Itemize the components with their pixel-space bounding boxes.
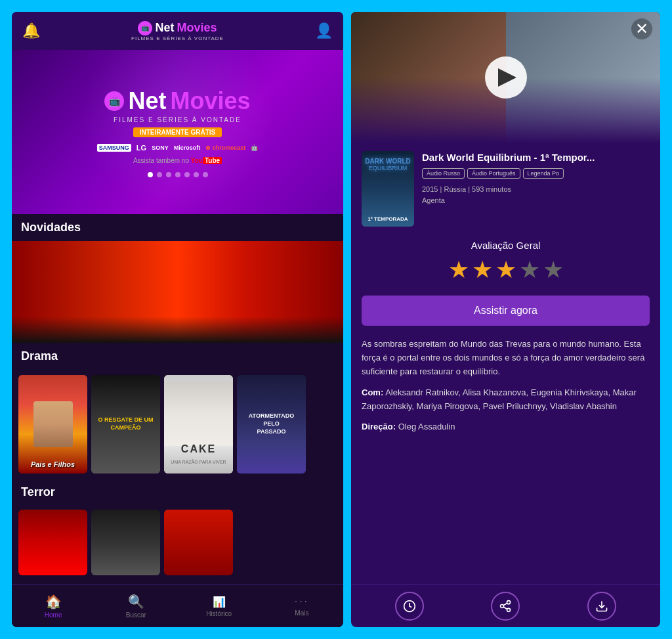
logo-icon: 📺: [138, 21, 152, 35]
resgate-title: O RESGATE DE UMCAMPEÃO: [98, 416, 154, 431]
youtube-logo: YouTube: [191, 157, 222, 164]
brand-android: 🤖: [251, 144, 258, 151]
movie-meta: 2015 | Rússia | 593 minutos Agenta: [422, 184, 650, 207]
hero-banner: 📺 NetMovies FILMES E SÉRIES À VONTADE IN…: [12, 50, 343, 214]
right-panel: ✕ DARK WORLD EQUILIBRIUM 1ª TEMPORADA Da…: [351, 12, 660, 627]
nav-home-label: Home: [45, 611, 62, 619]
badge-audio-portugues: Áudio Português: [467, 168, 520, 179]
nav-home[interactable]: 🏠 Home: [12, 585, 94, 627]
bell-icon[interactable]: 🔔: [22, 22, 40, 39]
movie-card-atormentado[interactable]: ATORMENTADOPELOPASSADO: [237, 375, 306, 474]
dot-2[interactable]: [157, 172, 162, 177]
home-icon: 🏠: [45, 594, 62, 609]
rating-label: Avaliação Geral: [362, 240, 650, 251]
action-share[interactable]: [491, 592, 520, 621]
header-net-text: Net: [155, 21, 174, 35]
poster-title: 1ª TEMPORADA: [368, 216, 408, 223]
novidades-banner: [12, 241, 343, 343]
terror-card-2[interactable]: [91, 510, 160, 575]
play-icon: [498, 68, 516, 87]
dot-1[interactable]: [148, 172, 153, 177]
brand-samsung: SAMSUNG: [97, 144, 131, 152]
brand-chromecast: ⊕ chromecast: [205, 144, 245, 151]
audio-badges: Áudio Russo Áudio Português Legenda Po: [422, 168, 650, 179]
action-bookmark[interactable]: [395, 592, 424, 621]
svg-point-1: [507, 601, 511, 604]
user-icon[interactable]: 👤: [315, 22, 333, 39]
movie-info: DARK WORLD EQUILIBRIUM 1ª TEMPORADA Dark…: [351, 143, 660, 234]
star-5[interactable]: ★: [543, 256, 564, 284]
hero-logo-icon: 📺: [104, 91, 124, 111]
movie-backdrop: ✕: [351, 12, 660, 143]
history-icon: 📊: [213, 596, 226, 608]
terror-card-3[interactable]: [164, 510, 233, 575]
director-section: Direção: Oleg Assadulin: [362, 420, 650, 434]
badge-legenda: Legenda Po: [523, 168, 564, 179]
svg-point-2: [501, 605, 504, 608]
movie-card-pais-filhos[interactable]: Pais e Filhos: [18, 375, 87, 474]
dot-7[interactable]: [203, 172, 208, 177]
star-4[interactable]: ★: [519, 256, 540, 284]
atormentado-title: ATORMENTADOPELOPASSADO: [249, 412, 295, 435]
director-label: Direção:: [362, 422, 396, 431]
drama-movies: Pais e Filhos O RESGATE DE UMCAMPEÃO: [12, 370, 343, 479]
terror-movies: [12, 506, 343, 579]
dot-4[interactable]: [175, 172, 180, 177]
svg-line-5: [504, 603, 508, 605]
terror-header: Terror: [12, 479, 343, 506]
main-container: 🔔 📺 NetMovies FILMES E SÉRIES À VONTADE …: [0, 0, 672, 639]
star-3[interactable]: ★: [495, 256, 516, 284]
header-logo: 📺 NetMovies FILMES E SÉRIES À VONTADE: [131, 21, 224, 41]
badge-audio-russo: Áudio Russo: [422, 168, 465, 179]
drama-section: Drama Pais e Filhos O RESGATE DE: [12, 343, 343, 479]
action-download[interactable]: [587, 592, 616, 621]
hero-brands: SAMSUNG LG SONY Microsoft ⊕ chromecast 🤖: [97, 144, 258, 152]
novidades-header: Novidades: [12, 214, 343, 241]
hero-youtube: Assista também no YouTube: [133, 157, 222, 164]
nav-historico[interactable]: 📊 Histórico: [178, 585, 261, 627]
cake-title: CAKE: [164, 443, 233, 455]
description-text: As sombras espreitam do Mundo das Trevas…: [362, 339, 644, 376]
terror-section: Terror: [12, 479, 343, 579]
hero-net-text: Net: [128, 87, 166, 115]
dot-3[interactable]: [166, 172, 171, 177]
nav-historico-label: Histórico: [206, 610, 232, 617]
movie-title: Dark World Equilibrium - 1ª Tempor...: [422, 151, 650, 164]
dot-5[interactable]: [184, 172, 190, 177]
brand-microsoft: Microsoft: [174, 144, 201, 151]
search-icon: 🔍: [128, 594, 144, 609]
hero-dots: [148, 172, 208, 177]
cake-subtitle: UMA RAZÃO PARA VIVER: [164, 460, 233, 464]
hero-logo-large: 📺 NetMovies FILMES E SÉRIES À VONTADE IN…: [97, 87, 258, 164]
stars-row: ★ ★ ★ ★ ★: [362, 256, 650, 284]
cast-label: Com:: [362, 387, 383, 397]
star-1[interactable]: ★: [448, 256, 469, 284]
director-name: Oleg Assadulin: [398, 422, 455, 431]
bottom-actions: [351, 584, 660, 627]
movie-card-resgate[interactable]: O RESGATE DE UMCAMPEÃO: [91, 375, 160, 474]
svg-line-4: [504, 607, 508, 609]
pais-filhos-title: Pais e Filhos: [18, 460, 87, 468]
svg-point-3: [507, 608, 511, 611]
movie-card-cake[interactable]: CAKE UMA RAZÃO PARA VIVER: [164, 375, 233, 474]
play-button[interactable]: [485, 56, 527, 99]
watch-button[interactable]: Assistir agora: [362, 296, 650, 326]
hero-free-badge: INTEIRAMENTE GRÁTIS: [133, 127, 222, 137]
nav-mais[interactable]: ··· Mais: [261, 585, 343, 627]
brand-sony: SONY: [152, 144, 169, 151]
nav-buscar[interactable]: 🔍 Buscar: [94, 585, 177, 627]
header-movies-text: Movies: [177, 21, 217, 35]
nav-buscar-label: Buscar: [126, 611, 146, 619]
dot-6[interactable]: [194, 172, 199, 177]
star-2[interactable]: ★: [472, 256, 493, 284]
close-button[interactable]: ✕: [631, 18, 652, 39]
drama-header: Drama: [12, 343, 343, 370]
more-icon: ···: [295, 596, 309, 607]
novidades-section: Novidades: [12, 214, 343, 343]
movie-poster-small: DARK WORLD EQUILIBRIUM 1ª TEMPORADA: [362, 151, 414, 227]
novidades-banner-inner: [12, 241, 343, 343]
cast-section: Com: Aleksandr Ratnikov, Alisa Khazanova…: [362, 386, 650, 414]
app-header: 🔔 📺 NetMovies FILMES E SÉRIES À VONTADE …: [12, 12, 343, 50]
terror-card-1[interactable]: [18, 510, 87, 575]
nav-mais-label: Mais: [295, 609, 308, 617]
